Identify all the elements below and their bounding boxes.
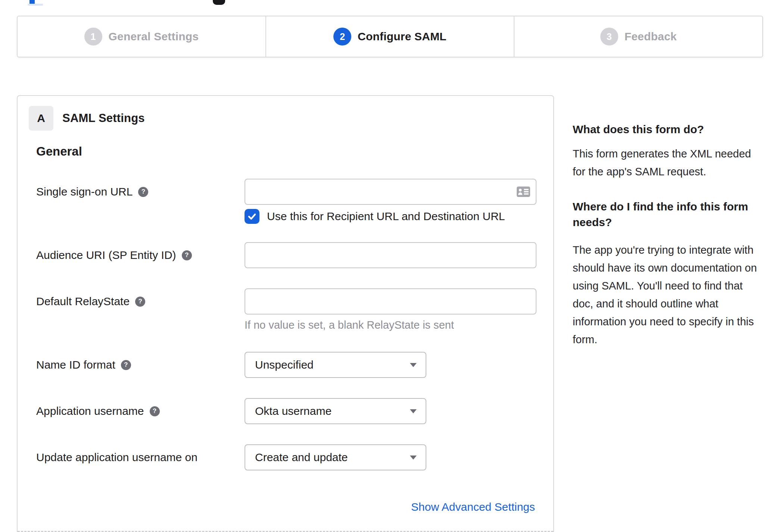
sso-url-input[interactable] (245, 179, 536, 205)
wizard-stepper: 1 General Settings 2 Configure SAML 3 Fe… (17, 16, 763, 57)
step-general-settings[interactable]: 1 General Settings (18, 16, 265, 57)
sso-url-label: Single sign-on URL ? (36, 184, 148, 199)
name-id-format-label: Name ID format ? (36, 357, 131, 372)
app-username-value: Okta username (255, 405, 332, 417)
cropped-tab-indicator (29, 0, 35, 4)
help-question-1: What does this form do? (573, 123, 761, 136)
relaystate-help-icon[interactable]: ? (135, 297, 145, 307)
step-3-circle: 3 (600, 28, 618, 46)
step-2-circle: 2 (333, 28, 351, 46)
step-2-label: Configure SAML (358, 30, 446, 43)
saml-settings-card: A SAML Settings General Single sign-on U… (17, 95, 554, 532)
general-section-heading: General (36, 144, 82, 159)
audience-uri-label: Audience URI (SP Entity ID) ? (36, 248, 192, 263)
step-1-circle: 1 (84, 28, 102, 46)
step-feedback[interactable]: 3 Feedback (514, 16, 762, 57)
update-username-value: Create and update (255, 451, 348, 464)
chevron-down-icon (410, 363, 417, 367)
name-id-format-help-icon[interactable]: ? (121, 360, 131, 370)
checkmark-icon (247, 212, 257, 221)
show-advanced-settings-link[interactable]: Show Advanced Settings (411, 501, 535, 513)
help-question-2: Where do I find the info this formneeds? (573, 199, 761, 230)
relaystate-hint: If no value is set, a blank RelayState i… (245, 319, 454, 331)
step-3-label: Feedback (625, 30, 677, 43)
section-a-badge: A (29, 106, 53, 131)
recipient-url-checkbox[interactable] (245, 209, 259, 224)
cropped-tab-indicator-glow (28, 4, 43, 6)
audience-uri-input[interactable] (245, 242, 536, 268)
step-configure-saml[interactable]: 2 Configure SAML (265, 16, 514, 57)
name-id-format-select[interactable]: Unspecified (245, 352, 426, 378)
sso-url-help-icon[interactable]: ? (138, 187, 148, 197)
recipient-url-checkbox-label: Use this for Recipient URL and Destinati… (267, 209, 505, 224)
step-1-label: General Settings (109, 30, 199, 43)
update-username-label: Update application username on (36, 450, 197, 465)
relaystate-label: Default RelayState ? (36, 294, 145, 309)
chevron-down-icon (410, 456, 417, 460)
help-panel: What does this form do? This form genera… (573, 123, 761, 348)
audience-uri-help-icon[interactable]: ? (182, 250, 192, 260)
app-username-label: Application username ? (36, 404, 160, 419)
app-username-help-icon[interactable]: ? (150, 406, 160, 416)
name-id-format-value: Unspecified (255, 359, 314, 371)
app-username-select[interactable]: Okta username (245, 398, 426, 424)
help-answer-1: This form generates the XML neededfor th… (573, 145, 761, 181)
help-answer-2: The app you're trying to integrate withs… (573, 241, 761, 348)
update-username-select[interactable]: Create and update (245, 444, 426, 470)
cropped-app-logo (213, 0, 225, 5)
relaystate-input[interactable] (245, 288, 536, 314)
card-title: SAML Settings (62, 106, 145, 131)
chevron-down-icon (410, 409, 417, 413)
